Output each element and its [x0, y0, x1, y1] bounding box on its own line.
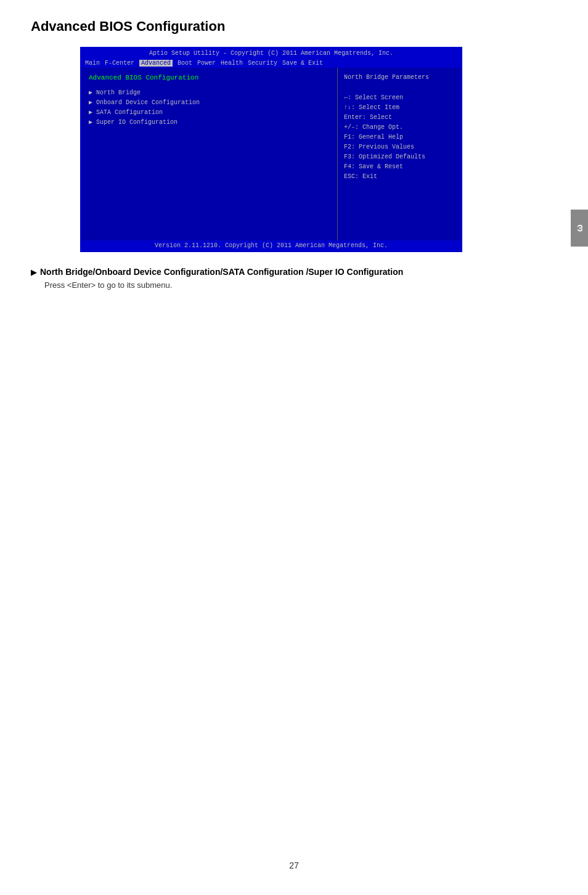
bios-menu-north-bridge[interactable]: ▶ North Bridge: [89, 89, 330, 96]
menu-item-save-exit[interactable]: Save & Exit: [282, 60, 323, 67]
help-key-9: ESC: Exit: [344, 172, 455, 182]
section-heading-text: North Bridge/Onboard Device Configuratio…: [40, 267, 403, 277]
help-key-1: ↔: Select Screen: [344, 93, 455, 103]
menu-item-boot[interactable]: Boot: [178, 60, 192, 67]
bios-menu-super-io[interactable]: ▶ Super IO Configuration: [89, 118, 330, 126]
bios-left-panel: Advanced BIOS Configuration ▶ North Brid…: [81, 68, 338, 240]
bios-menu-sata[interactable]: ▶ SATA Configuration: [89, 108, 330, 116]
bios-footer: Version 2.11.1210. Copyright (C) 2011 Am…: [81, 240, 461, 251]
bios-title-text: Aptio Setup Utility - Copyright (C) 2011…: [149, 50, 393, 57]
menu-item-advanced[interactable]: Advanced: [139, 60, 173, 67]
bios-section-title: Advanced BIOS Configuration: [89, 74, 330, 81]
side-tab: ω: [571, 210, 588, 247]
section-description: ▶ North Bridge/Onboard Device Configurat…: [31, 267, 557, 290]
bios-menu-bar[interactable]: Main F-Center Advanced Boot Power Health…: [81, 59, 461, 68]
page-title: Advanced BIOS Configuration: [31, 18, 557, 35]
menu-item-health[interactable]: Health: [221, 60, 243, 67]
help-key-8: F4: Save & Reset: [344, 162, 455, 172]
side-tab-label: ω: [574, 224, 584, 232]
help-key-3: Enter: Select: [344, 113, 455, 123]
bios-menu-onboard-device[interactable]: ▶ Onboard Device Configuration: [89, 99, 330, 106]
help-key-7: F3: Optimized Defaults: [344, 152, 455, 162]
page-content: Advanced BIOS Configuration Aptio Setup …: [0, 0, 588, 308]
help-key-5: F1: General Help: [344, 133, 455, 142]
menu-item-security[interactable]: Security: [248, 60, 277, 67]
menu-item-fcenter[interactable]: F-Center: [105, 60, 134, 67]
help-key-2: ↑↓: Select Item: [344, 103, 455, 113]
bios-help-keys: ↔: Select Screen ↑↓: Select Item Enter: …: [344, 93, 455, 182]
bios-body: Advanced BIOS Configuration ▶ North Brid…: [81, 68, 461, 240]
help-key-6: F2: Previous Values: [344, 142, 455, 152]
bios-title-bar: Aptio Setup Utility - Copyright (C) 2011…: [81, 48, 461, 59]
section-heading: ▶ North Bridge/Onboard Device Configurat…: [31, 267, 557, 277]
menu-item-main[interactable]: Main: [85, 60, 100, 67]
page-number: 27: [289, 860, 299, 870]
menu-item-power[interactable]: Power: [197, 60, 216, 67]
bios-screen: Aptio Setup Utility - Copyright (C) 2011…: [80, 47, 462, 252]
bios-footer-text: Version 2.11.1210. Copyright (C) 2011 Am…: [155, 242, 388, 249]
bios-right-panel: North Bridge Parameters ↔: Select Screen…: [338, 68, 461, 240]
section-arrow-icon: ▶: [31, 268, 36, 277]
section-body-text: Press <Enter> to go to its submenu.: [44, 280, 557, 290]
help-key-4: +/-: Change Opt.: [344, 123, 455, 133]
bios-help-title: North Bridge Parameters: [344, 74, 455, 81]
